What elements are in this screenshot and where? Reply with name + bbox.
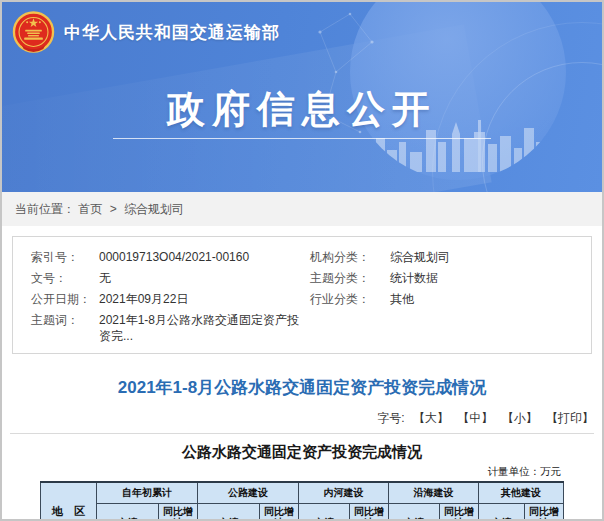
- font-large-button[interactable]: 【大】: [413, 411, 449, 425]
- meta-row: 索引号：000019713O04/2021-00160: [13, 246, 302, 267]
- metadata-right-column: 机构分类：综合规划司主题分类：统计数据行业分类：其他: [302, 246, 591, 346]
- meta-value: 统计数据: [390, 270, 438, 286]
- meta-value: 综合规划司: [390, 249, 450, 265]
- meta-row: 机构分类：综合规划司: [302, 246, 591, 267]
- site-banner: 中华人民共和国交通运输部 政府信息公开: [2, 2, 602, 192]
- col-group-header: 沿海建设: [389, 482, 479, 503]
- col-header-actual: 实绩: [479, 503, 525, 521]
- breadcrumb-label: 当前位置：: [15, 202, 75, 216]
- article-title: 2021年1-8月公路水路交通固定资产投资完成情况: [2, 376, 602, 399]
- meta-label: 主题分类：: [310, 270, 390, 286]
- col-group-header: 内河建设: [299, 482, 389, 503]
- meta-label: 公开日期：: [31, 291, 99, 307]
- meta-value: 2021年09月22日: [99, 291, 188, 307]
- metadata-left-column: 索引号：000019713O04/2021-00160文号：无公开日期：2021…: [13, 246, 302, 346]
- col-header-region: 地 区: [41, 482, 97, 521]
- font-size-label: 字号:: [377, 411, 404, 425]
- meta-row: 行业分类：其他: [302, 288, 591, 309]
- print-button[interactable]: 【打印】: [546, 411, 594, 425]
- breadcrumb-dept-link[interactable]: 综合规划司: [124, 202, 184, 216]
- meta-label: 文号：: [31, 270, 99, 286]
- col-header-actual: 实绩: [389, 503, 440, 521]
- meta-row: 主题词：2021年1-8月公路水路交通固定资产投资完...: [13, 309, 302, 346]
- font-small-button[interactable]: 【小】: [502, 411, 538, 425]
- col-header-actual: 实绩: [97, 503, 159, 521]
- col-header-actual: 实绩: [198, 503, 260, 521]
- investment-table: 地 区自年初累计公路建设内河建设沿海建设其他建设实绩同比增速(%)实绩同比增速(…: [40, 481, 564, 521]
- meta-value: 无: [99, 270, 111, 286]
- col-header-growth: 同比增速(%): [159, 503, 198, 521]
- col-header-growth: 同比增速(%): [525, 503, 564, 521]
- brand: 中华人民共和国交通运输部: [12, 11, 280, 54]
- breadcrumb-home-link[interactable]: 首页: [78, 202, 102, 216]
- col-header-growth: 同比增速(%): [350, 503, 389, 521]
- col-header-actual: 实绩: [299, 503, 350, 521]
- font-size-toolbar: 字号: 【大】 【中】 【小】 【打印】: [10, 410, 594, 434]
- col-group-header: 公路建设: [198, 482, 299, 503]
- meta-label: 行业分类：: [310, 291, 390, 307]
- meta-label: 索引号：: [31, 249, 99, 265]
- col-group-header: 自年初累计: [97, 482, 198, 503]
- meta-value: 其他: [390, 291, 414, 307]
- site-name: 中华人民共和国交通运输部: [64, 21, 280, 44]
- meta-row: 文号：无: [13, 267, 302, 288]
- meta-label: 主题词：: [31, 312, 99, 344]
- national-emblem-icon: [12, 11, 55, 54]
- table-title: 公路水路交通固定资产投资完成情况: [2, 443, 602, 462]
- meta-label: 机构分类：: [310, 249, 390, 265]
- banner-title: 政府信息公开: [2, 84, 602, 135]
- banner-title-underline: [113, 138, 491, 139]
- breadcrumb-separator: >: [110, 202, 117, 216]
- breadcrumb: 当前位置： 首页 > 综合规划司: [2, 192, 602, 226]
- meta-row: 主题分类：统计数据: [302, 267, 591, 288]
- unit-note: 计量单位：万元: [2, 465, 561, 479]
- col-group-header: 其他建设: [479, 482, 564, 503]
- meta-row: 公开日期：2021年09月22日: [13, 288, 302, 309]
- col-header-growth: 同比增速(%): [440, 503, 479, 521]
- meta-value: 2021年1-8月公路水路交通固定资产投资完...: [99, 312, 302, 344]
- col-header-growth: 同比增速(%): [260, 503, 299, 521]
- meta-value: 000019713O04/2021-00160: [99, 249, 249, 265]
- page-root: 中华人民共和国交通运输部 政府信息公开 当前位置： 首页 > 综合规划司 索引号…: [0, 0, 604, 521]
- font-medium-button[interactable]: 【中】: [457, 411, 493, 425]
- document-metadata-box: 索引号：000019713O04/2021-00160文号：无公开日期：2021…: [12, 236, 592, 354]
